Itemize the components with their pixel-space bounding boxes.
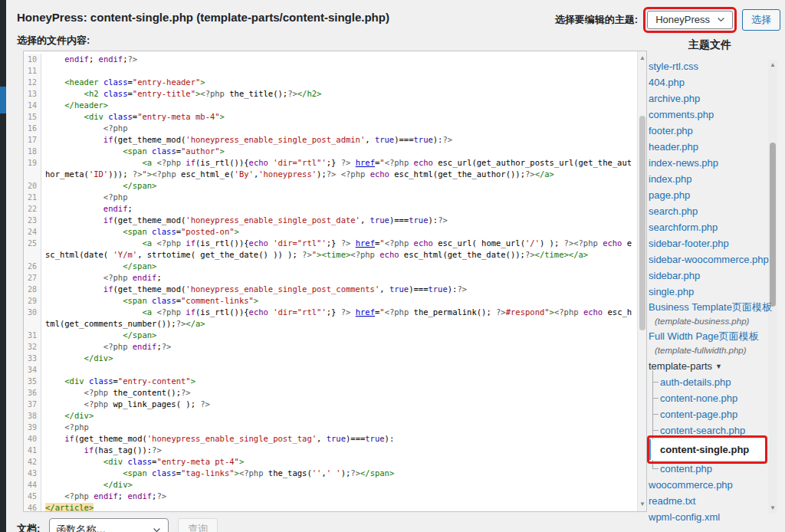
file-404.php[interactable]: 404.php <box>649 74 768 90</box>
line-number: 34 <box>24 364 41 376</box>
code-line[interactable]: <span class="author"> <box>41 146 637 157</box>
code-row: 34 <box>24 364 637 376</box>
editor-scrollbar[interactable]: ▲ ▼ <box>637 51 646 511</box>
file-link-label: content-single.php <box>660 444 749 455</box>
file-link-label: content-search.php <box>660 425 745 436</box>
code-line[interactable]: </article> <box>41 502 637 512</box>
code-row: 40 if(get_theme_mod('honeypress_enable_s… <box>24 433 637 445</box>
line-number: 33 <box>24 353 41 364</box>
file-archive.php[interactable]: archive.php <box>649 90 768 107</box>
theme-select-label: 选择要编辑的主题: <box>555 13 638 27</box>
theme-file-list: style-rtl.css404.phparchive.phpcomments.… <box>649 58 768 515</box>
file-link-label: archive.php <box>649 93 700 104</box>
file-header.php[interactable]: header.php <box>649 139 768 155</box>
code-line[interactable]: </div> <box>41 479 637 491</box>
code-row: 30 <a <?php if(is_rtl()){echo 'dir="rtl"… <box>24 307 637 330</box>
code-line[interactable] <box>41 364 637 376</box>
code-line[interactable]: <div class="entry-meta mb-4"> <box>41 111 637 123</box>
line-number: 17 <box>24 134 41 146</box>
file-link-label: Full Width Page页面模板 <box>649 329 768 344</box>
code-line[interactable]: if(get_theme_mod('honeypress_enable_sing… <box>41 284 637 295</box>
file-page.php[interactable]: page.php <box>649 187 768 203</box>
code-line[interactable]: </span> <box>41 330 637 341</box>
code-line[interactable]: endif; endif;?> <box>41 54 637 65</box>
line-number: 46 <box>24 502 41 512</box>
file-wpml-config.xml[interactable]: wpml-config.xml <box>649 509 768 525</box>
code-line[interactable]: <?php endif; <box>41 272 637 284</box>
code-line[interactable]: <?php the_content();?> <box>41 387 637 399</box>
code-line[interactable]: </div> <box>41 353 637 364</box>
file-Business Template页面模板[interactable]: Business Template页面模板(template-business.… <box>649 300 768 329</box>
code-line[interactable]: <a <?php if(is_rtl()){echo 'dir="rtl"';}… <box>41 238 637 261</box>
code-line[interactable] <box>41 65 637 77</box>
line-number: 28 <box>24 284 41 295</box>
code-line[interactable]: if(get_theme_mod('honeypress_enable_sing… <box>41 134 637 146</box>
file-comments.php[interactable]: comments.php <box>649 107 768 123</box>
line-number: 11 <box>24 65 41 77</box>
file-content-search.php[interactable]: content-search.php <box>660 422 768 438</box>
file-link-label: wpml-config.xml <box>649 511 720 523</box>
lookup-button[interactable]: 查询 <box>178 518 218 532</box>
code-line[interactable]: <div class="entry-meta pt-4"> <box>41 456 637 468</box>
file-link-label: style-rtl.css <box>649 61 698 72</box>
code-editor[interactable]: 10 endif; endif;?>1112 <header class="en… <box>23 51 647 512</box>
documentation-select[interactable]: 函数名称… <box>49 518 169 532</box>
file-sidebar.php[interactable]: sidebar.php <box>649 268 768 284</box>
code-line[interactable]: <span class="tag-links"><?php the_tags('… <box>41 468 637 479</box>
code-line[interactable]: <span class="posted-on"> <box>41 226 637 238</box>
code-line[interactable]: <?php endif;?> <box>41 341 637 353</box>
code-line[interactable]: <?php <box>41 123 637 134</box>
line-number: 22 <box>24 203 41 215</box>
folder-template-parts[interactable]: template-parts▼ <box>649 358 768 374</box>
select-theme-button[interactable]: 选择 <box>742 9 780 31</box>
code-line[interactable]: endif; <box>41 203 637 215</box>
file-sidebar-woocommerce.php[interactable]: sidebar-woocommerce.php <box>649 251 768 268</box>
theme-files-heading: 主题文件 <box>650 38 770 52</box>
file-index-news.php[interactable]: index-news.php <box>649 155 768 171</box>
code-line[interactable]: </span> <box>41 261 637 272</box>
scroll-up-icon[interactable]: ▲ <box>638 53 647 64</box>
theme-select-controls: 选择要编辑的主题: HoneyPress 选择 <box>555 7 780 33</box>
file-woocommerce.php[interactable]: woocommerce.php <box>649 477 768 493</box>
scroll-down-icon[interactable]: ▼ <box>638 499 647 510</box>
file-search.php[interactable]: search.php <box>649 203 768 219</box>
code-line[interactable]: if(get_theme_mod('honeypress_enable_sing… <box>41 215 637 226</box>
scroll-up-icon[interactable]: ▲ <box>768 60 777 71</box>
file-Full Width Page页面模板[interactable]: Full Width Page页面模板(template-fullwidth.p… <box>649 329 768 358</box>
chevron-down-icon <box>152 525 162 532</box>
code-line[interactable]: </header> <box>41 100 637 111</box>
code-line[interactable]: </div> <box>41 410 637 422</box>
file-content-none.php[interactable]: content-none.php <box>660 390 768 406</box>
file-sidebar-footer.php[interactable]: sidebar-footer.php <box>649 235 768 251</box>
file-searchform.php[interactable]: searchform.php <box>649 219 768 235</box>
file-content.php[interactable]: content.php <box>660 461 768 477</box>
code-row: 16 <?php <box>24 123 637 134</box>
file-single.php[interactable]: single.php <box>649 284 768 300</box>
scroll-down-icon[interactable]: ▼ <box>768 503 777 514</box>
code-line[interactable]: <?php wp_link_pages( ); ?> <box>41 399 637 410</box>
file-index.php[interactable]: index.php <box>649 171 768 187</box>
file-readme.txt[interactable]: readme.txt <box>649 493 768 509</box>
editor-scrollbar-thumb[interactable] <box>639 116 645 330</box>
file-auth-details.php[interactable]: auth-details.php <box>660 374 768 390</box>
file-content-single.php[interactable]: content-single.php <box>649 439 767 460</box>
code-line[interactable]: if(get_theme_mod('honeypress_enable_sing… <box>41 433 637 445</box>
code-line[interactable]: <?php endif; endif;?> <box>41 491 637 502</box>
code-line[interactable]: <span class="comment-links"> <box>41 295 637 307</box>
code-line[interactable]: if(has_tag()):?> <box>41 445 637 456</box>
file-list-scrollbar[interactable]: ▲ ▼ <box>768 60 777 514</box>
theme-select-dropdown[interactable]: HoneyPress <box>647 11 733 29</box>
file-link-label: sidebar-footer.php <box>649 238 729 249</box>
code-line[interactable]: <?php <box>41 422 637 433</box>
code-line[interactable]: <a <?php if(is_rtl()){echo 'dir="rtl"';}… <box>41 307 637 330</box>
code-line[interactable]: </span> <box>41 180 637 192</box>
code-line[interactable]: <h2 class="entry-title"><?php the_title(… <box>41 88 637 100</box>
file-footer.php[interactable]: footer.php <box>649 123 768 139</box>
file-style-rtl.css[interactable]: style-rtl.css <box>649 58 768 74</box>
code-line[interactable]: <a <?php if(is_rtl()){echo 'dir="rtl"';}… <box>41 157 637 180</box>
file-list-scrollbar-thumb[interactable] <box>770 143 776 307</box>
file-content-page.php[interactable]: content-page.php <box>660 406 768 422</box>
code-line[interactable]: <?php <box>41 192 637 203</box>
code-line[interactable]: <header class="entry-header"> <box>41 77 637 88</box>
code-line[interactable]: <div class="entry-content"> <box>41 376 637 387</box>
